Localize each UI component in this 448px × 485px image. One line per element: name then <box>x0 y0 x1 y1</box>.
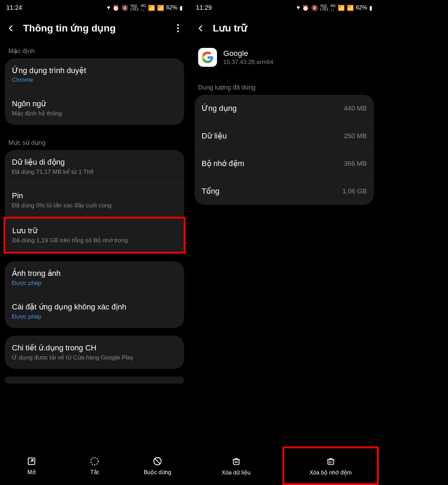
network-icon: 4G↑↓ <box>141 3 146 12</box>
phone-app-info: 11:24 ♥ ⏰ 🔇 Vo))LTE1 4G↑↓ 📶 📶 62% ▮ Thôn… <box>0 0 189 485</box>
back-icon[interactable] <box>197 24 205 33</box>
row-app: Ứng dụng 440 MB <box>195 95 374 122</box>
signal-icon: 📶 <box>148 5 155 11</box>
disable-icon <box>90 456 99 466</box>
open-button[interactable]: Mở <box>0 456 63 476</box>
bottom-bar: Mở Tắt Buộc dừng <box>0 447 189 485</box>
status-bar: 11:24 ♥ ⏰ 🔇 Vo))LTE1 4G↑↓ 📶 📶 62% ▮ <box>0 0 189 15</box>
header: Lưu trữ <box>190 15 379 41</box>
item-storage[interactable]: Lưu trữ Đã dùng 1,19 GB trên tổng số Bộ … <box>5 219 184 252</box>
card-usage: Dữ liệu di động Đã dùng 71,17 MB kể từ 1… <box>5 150 184 217</box>
alarm-icon: ⏰ <box>112 5 119 11</box>
battery-text: 62% <box>166 5 177 11</box>
usage-label: Dung lượng đã dùng <box>190 77 379 95</box>
lte-icon: Vo))LTE1 <box>320 4 328 11</box>
bottom-bar: Xóa dữ liệu Xóa bộ nhớ đệm <box>190 447 379 485</box>
card-peek <box>5 377 184 384</box>
svg-point-1 <box>91 457 98 465</box>
trash-data-icon <box>231 456 241 466</box>
page-title: Lưu trữ <box>213 22 372 34</box>
stop-icon <box>153 456 162 466</box>
status-time: 11:29 <box>196 4 212 12</box>
item-mobile-data[interactable]: Dữ liệu di động Đã dùng 71,17 MB kể từ 1… <box>5 150 184 183</box>
clear-data-button[interactable]: Xóa dữ liệu <box>190 447 282 485</box>
highlight-storage: Lưu trữ Đã dùng 1,19 GB trên tổng số Bộ … <box>4 217 186 254</box>
card-store-details: Chi tiết ứ.dụng trong CH Ứ.dụng được tải… <box>5 336 184 369</box>
heart-icon: ♥ <box>107 5 111 11</box>
status-bar: 11:29 ♥ ⏰ 🔇 Vo))LTE1 4G↑↓ 📶 📶 62% ▮ <box>190 0 379 15</box>
mute-icon: 🔇 <box>121 5 128 11</box>
status-right: ♥ ⏰ 🔇 Vo))LTE1 4G↑↓ 📶 📶 62% ▮ <box>297 3 372 12</box>
trash-cache-icon <box>326 456 336 466</box>
force-stop-button[interactable]: Buộc dừng <box>126 456 189 476</box>
card-permissions: Ảnh trong ảnh Được phép Cài đặt ứng dụng… <box>5 261 184 328</box>
more-icon[interactable] <box>174 24 182 33</box>
section-default-label: Mặc định <box>0 41 189 58</box>
battery-icon: ▮ <box>180 5 183 11</box>
row-data: Dữ liệu 250 MB <box>195 122 374 150</box>
section-usage-label: Mức sử dụng <box>0 133 189 150</box>
status-time: 11:24 <box>6 4 22 12</box>
item-store-details[interactable]: Chi tiết ứ.dụng trong CH Ứ.dụng được tải… <box>5 336 184 369</box>
app-name: Google <box>223 49 273 58</box>
item-pip[interactable]: Ảnh trong ảnh Được phép <box>5 261 184 294</box>
back-icon[interactable] <box>7 24 15 33</box>
row-total: Tổng 1,06 GB <box>195 177 374 205</box>
item-battery[interactable]: Pin Đã dùng 0% từ lần sạc đầy cuối cùng <box>5 183 184 217</box>
signal-icon: 📶 <box>338 5 345 11</box>
card-default: Ứng dụng trình duyệt Chrome Ngôn ngữ Mặc… <box>5 58 184 125</box>
open-icon <box>27 456 36 466</box>
mute-icon: 🔇 <box>311 5 318 11</box>
status-right: ♥ ⏰ 🔇 Vo))LTE1 4G↑↓ 📶 📶 62% ▮ <box>107 3 183 12</box>
disable-button[interactable]: Tắt <box>63 456 126 476</box>
app-header: Google 15.37.43.28.arm64 <box>190 41 379 77</box>
header: Thông tin ứng dụng <box>0 15 189 41</box>
app-version: 15.37.43.28.arm64 <box>223 59 273 66</box>
item-unknown-apps[interactable]: Cài đặt ứng dụng không xác định Được phé… <box>5 294 184 328</box>
signal-icon-2: 📶 <box>347 5 354 11</box>
svg-rect-4 <box>328 459 333 464</box>
battery-icon: ▮ <box>369 5 372 11</box>
google-app-icon <box>198 48 217 67</box>
heart-icon: ♥ <box>297 5 300 11</box>
alarm-icon: ⏰ <box>302 5 309 11</box>
clear-cache-button[interactable]: Xóa bộ nhớ đệm <box>282 447 379 485</box>
item-browser-app[interactable]: Ứng dụng trình duyệt Chrome <box>5 58 184 91</box>
network-icon: 4G↑↓ <box>330 3 336 12</box>
battery-text: 62% <box>356 5 367 11</box>
row-cache: Bộ nhớ đệm 366 MB <box>195 150 374 177</box>
page-title: Thông tin ứng dụng <box>23 22 166 34</box>
phone-storage: 11:29 ♥ ⏰ 🔇 Vo))LTE1 4G↑↓ 📶 📶 62% ▮ Lưu … <box>190 0 379 485</box>
item-language[interactable]: Ngôn ngữ Mặc định hệ thống <box>5 91 184 125</box>
signal-icon-2: 📶 <box>157 5 164 11</box>
lte-icon: Vo))LTE1 <box>131 4 139 11</box>
app-info: Google 15.37.43.28.arm64 <box>223 49 273 66</box>
card-storage-usage: Ứng dụng 440 MB Dữ liệu 250 MB Bộ nhớ đệ… <box>195 95 374 205</box>
